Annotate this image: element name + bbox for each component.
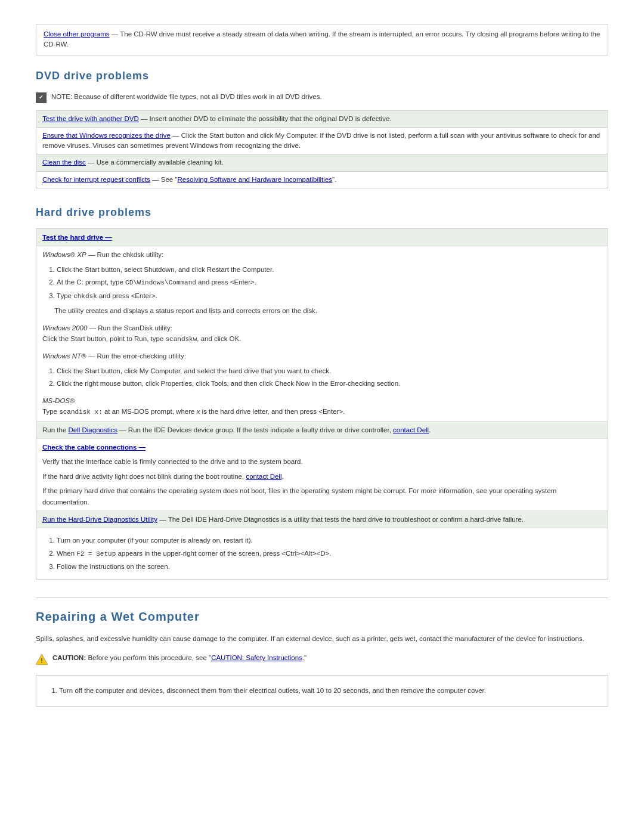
interrupt-request-link[interactable]: Check for interrupt request conflicts	[42, 176, 150, 183]
check-cable-body2: If the hard drive activity light does no…	[42, 471, 602, 482]
resolving-software-link[interactable]: Resolving Software and Hardware Incompat…	[178, 176, 333, 183]
scandisk-code: scandisk x:	[59, 408, 103, 416]
dvd-row-4-after: ".	[332, 176, 336, 183]
top-info-box: Close other programs — The CD-RW drive m…	[36, 24, 608, 55]
x-italic: x	[197, 408, 200, 415]
hd-run-diagnostics-row: Run the Hard-Drive Diagnostics Utility —…	[36, 511, 608, 528]
top-box-text: — The CD-RW drive must receive a steady …	[44, 30, 600, 48]
repairing-section: Repairing a Wet Computer Spills, splashe…	[36, 610, 608, 707]
winnt-label: Windows NT®	[42, 352, 86, 360]
caution-triangle-icon: !	[36, 654, 48, 665]
section-divider	[36, 597, 608, 598]
check-cable-link[interactable]: Check the cable connections —	[42, 444, 145, 451]
hd-winxp-section: Windows® XP — Run the chkdsk utility: Cl…	[36, 246, 608, 422]
dvd-section: DVD drive problems ✓ NOTE: Because of di…	[36, 70, 608, 188]
caution-text: CAUTION: Before you perform this procedu…	[52, 652, 306, 663]
test-hard-drive-link[interactable]: Test the hard drive —	[42, 234, 112, 241]
svg-text:!: !	[41, 657, 43, 664]
repairing-steps-box: Turn off the computer and devices, disco…	[36, 675, 608, 706]
repairing-intro: Spills, splashes, and excessive humidity…	[36, 633, 608, 644]
winxp-intro: — Run the chkdsk utility:	[86, 251, 164, 258]
winnt-step-1: Click the Start button, click My Compute…	[57, 366, 602, 376]
hd-diagnostics-row: Run the Dell Diagnostics — Run the IDE D…	[36, 422, 608, 439]
winxp-cmd: CD\Windows\Command	[125, 279, 196, 286]
hd-diag-steps-section: Turn on your computer (if your computer …	[36, 528, 608, 578]
hd-diag-step-3: Follow the instructions on the screen.	[57, 561, 602, 572]
caution-link[interactable]: CAUTION: Safety Instructions	[211, 654, 302, 661]
hd-diag-step-2: When F2 = Setup appears in the upper-rig…	[57, 548, 602, 560]
winxp-result: The utility creates and displays a statu…	[54, 305, 602, 316]
caution-icon: !	[36, 654, 48, 667]
winxp-step-1: Click the Start button, select Shutdown,…	[57, 264, 602, 275]
dvd-row-2: Ensure that Windows recognizes the drive…	[36, 128, 608, 155]
contact-dell-link-2[interactable]: contact Dell	[246, 473, 281, 480]
dvd-note: ✓ NOTE: Because of different worldwide f…	[36, 92, 608, 103]
test-drive-link[interactable]: Test the drive with another DVD	[42, 115, 139, 122]
clean-disc-link[interactable]: Clean the disc	[42, 159, 86, 166]
hard-drive-section: Hard drive problems Test the hard drive …	[36, 206, 608, 580]
hard-drive-title: Hard drive problems	[36, 206, 608, 219]
repairing-steps: Turn off the computer and devices, disco…	[45, 685, 599, 696]
dell-diagnostics-link[interactable]: Dell Diagnostics	[68, 426, 117, 433]
hd-cable-section: Check the cable connections — Verify tha…	[36, 439, 608, 511]
winxp-step-3: Type chkdsk and press <Enter>.	[57, 290, 602, 302]
hd-diag-step-1: Turn on your computer (if your computer …	[57, 535, 602, 546]
run-diag-text1: Run the	[42, 426, 68, 433]
contact-dell-link-1[interactable]: contact Dell	[393, 426, 429, 433]
run-hd-diag-text: — The Dell IDE Hard-Drive Diagnostics is…	[157, 516, 524, 523]
check-cable-body4: If the primary hard drive that contains …	[42, 485, 602, 507]
scandskw-code: scandskw	[165, 336, 197, 343]
winnt-steps: Click the Start button, click My Compute…	[42, 366, 602, 389]
winnt-intro: — Run the error-checking utility:	[86, 352, 186, 360]
check-cable-body1: Verify that the interface cable is firml…	[42, 456, 602, 467]
run-diag-end: .	[429, 426, 431, 433]
winxp-steps: Click the Start button, select Shutdown,…	[42, 264, 602, 302]
msdos-text: Type scandisk x: at an MS-DOS prompt, wh…	[42, 406, 602, 418]
run-hd-diag-link[interactable]: Run the Hard-Drive Diagnostics Utility	[42, 516, 157, 523]
dvd-row-3: Clean the disc — Use a commercially avai…	[36, 154, 608, 171]
dvd-note-text: NOTE: Because of different worldwide fil…	[51, 92, 322, 102]
f2-setup-code: F2 = Setup	[76, 550, 116, 558]
dvd-row-4: Check for interrupt request conflicts — …	[36, 172, 608, 188]
note-icon: ✓	[36, 92, 47, 103]
msdos-label: MS-DOS®	[42, 397, 75, 404]
hd-test-row: Test the hard drive —	[36, 229, 608, 246]
caution-label: CAUTION:	[52, 654, 86, 661]
winxp-label: Windows® XP	[42, 251, 86, 258]
caution-box: ! CAUTION: Before you perform this proce…	[36, 652, 608, 667]
dvd-title: DVD drive problems	[36, 70, 608, 82]
caution-end: ."	[302, 654, 306, 661]
dvd-row-3-text: — Use a commercially available cleaning …	[86, 159, 224, 166]
repairing-title: Repairing a Wet Computer	[36, 610, 608, 624]
repairing-step-1: Turn off the computer and devices, disco…	[59, 685, 599, 696]
win2000-intro: — Run the ScanDisk utility:	[87, 324, 172, 332]
winxp-chkdsk: chkdsk	[73, 293, 97, 300]
winnt-step-2: Click the right mouse button, click Prop…	[57, 378, 602, 389]
dvd-row-1-text: — Insert another DVD to eliminate the po…	[139, 115, 392, 122]
dvd-row-4-text: — See "	[150, 176, 178, 183]
dvd-table: Test the drive with another DVD — Insert…	[36, 110, 608, 188]
win2000-label: Windows 2000	[42, 324, 87, 332]
winxp-step-2: At the C: prompt, type CD\Windows\Comman…	[57, 277, 602, 289]
caution-body: Before you perform this procedure, see "	[86, 654, 211, 661]
run-diag-text2: — Run the IDE Devices device group. If t…	[117, 426, 393, 433]
close-programs-link[interactable]: Close other programs	[44, 30, 110, 38]
win2000-text: Click the Start button, point to Run, ty…	[42, 333, 602, 345]
hard-drive-box: Test the hard drive — Windows® XP — Run …	[36, 228, 608, 580]
windows-recognizes-link[interactable]: Ensure that Windows recognizes the drive	[42, 132, 171, 139]
hd-diag-steps: Turn on your computer (if your computer …	[42, 535, 602, 572]
dvd-row-1: Test the drive with another DVD — Insert…	[36, 111, 608, 128]
